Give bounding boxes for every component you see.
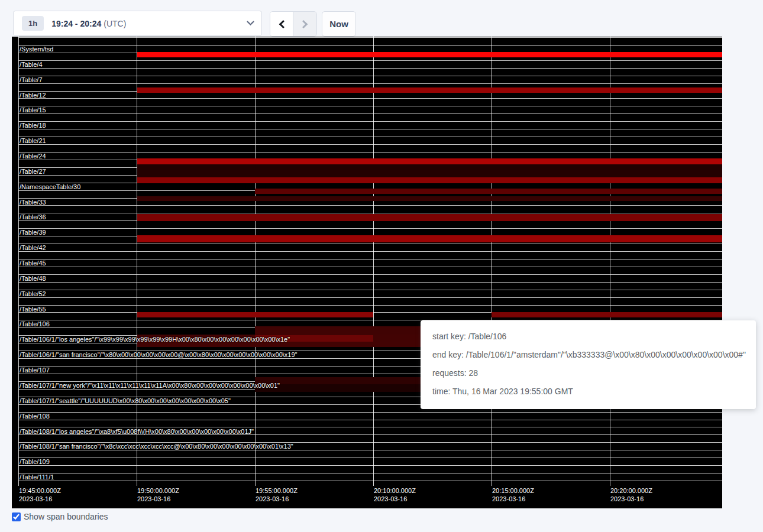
span-boundary-line [18, 205, 722, 206]
span-boundary-line [18, 473, 722, 473]
span-boundary-line [18, 121, 722, 122]
heat-band[interactable] [137, 312, 373, 317]
span-boundary-line [18, 68, 722, 69]
next-time-button-disabled[interactable] [293, 12, 316, 36]
span-key-label: /Table/108/1/"los angeles"/"\xa8\xf5\u00… [20, 428, 254, 435]
heat-band[interactable] [137, 87, 722, 93]
span-key-label: /Table/15 [20, 106, 46, 113]
span-boundary-line [18, 305, 722, 306]
tick-date: 2023-03-16 [610, 495, 652, 503]
span-boundary-line [18, 37, 722, 38]
span-key-label: /Table/55 [20, 306, 46, 313]
chevron-down-icon [247, 18, 254, 25]
span-key-label: /Table/33 [20, 199, 46, 206]
span-key-label: /Table/108/1/"san francisco"/"\x8c\xcc\x… [20, 443, 293, 450]
heat-band[interactable] [137, 196, 722, 201]
span-key-label: /Table/107 [20, 366, 50, 374]
time-axis-tick-label: 20:10:00.000Z2023-03-16 [374, 486, 416, 503]
span-boundary-line [18, 458, 722, 458]
span-boundary-line [18, 83, 722, 84]
span-key-label: /Table/106/1/"san francisco"/"\x80\x00\x… [20, 351, 298, 358]
show-span-boundaries-checkbox[interactable] [12, 512, 21, 521]
span-boundary-line [18, 481, 722, 481]
tick-date: 2023-03-16 [256, 495, 298, 503]
time-boundary-line [373, 37, 374, 486]
span-boundary-line [18, 420, 722, 420]
span-key-label: /Table/27 [20, 168, 46, 175]
tooltip-requests: requests: 28 [432, 364, 744, 382]
span-key-label: /Table/108 [20, 413, 50, 420]
span-key-label: /Table/18 [20, 122, 46, 129]
time-nav-group [270, 11, 317, 37]
span-key-label: /Table/39 [20, 229, 46, 236]
span-boundary-line [18, 113, 722, 114]
heat-band[interactable] [137, 214, 722, 221]
heat-band[interactable] [137, 158, 722, 164]
span-boundary-line [18, 228, 722, 229]
span-boundary-line [18, 98, 722, 99]
time-boundary-line [255, 37, 256, 486]
time-axis-tick-label: 20:20:00.000Z2023-03-16 [610, 486, 652, 503]
span-key-label: /Table/24 [20, 153, 46, 160]
span-boundary-line [18, 106, 722, 106]
span-boundary-line [18, 244, 722, 244]
chevron-right-icon [299, 20, 308, 28]
span-boundary-line [18, 152, 722, 153]
span-boundary-line [18, 129, 722, 129]
span-key-label: /Table/52 [20, 290, 46, 297]
span-boundary-line [18, 137, 722, 137]
tick-time: 20:15:00.000Z [492, 486, 534, 495]
span-boundary-line [18, 297, 722, 298]
tick-date: 2023-03-16 [374, 495, 416, 503]
key-visualizer-canvas[interactable]: /System/tsd/Table/4/Table/7/Table/12/Tab… [12, 37, 722, 508]
span-key-label: /Table/107/1/"new york"/"\x11\x11\x11\x1… [20, 382, 280, 389]
time-boundary-line [492, 37, 492, 486]
time-axis-tick-label: 19:50:00.000Z2023-03-16 [137, 486, 179, 503]
span-key-label: /Table/106 [20, 320, 50, 327]
span-key-label: /Table/36 [20, 213, 46, 220]
time-axis-tick-label: 20:15:00.000Z2023-03-16 [492, 486, 534, 503]
now-button[interactable]: Now [322, 11, 356, 37]
time-axis-tick-label: 19:45:00.000Z2023-03-16 [19, 486, 61, 503]
tick-time: 19:45:00.000Z [19, 486, 61, 495]
heat-band[interactable] [255, 189, 722, 194]
span-boundary-line [18, 450, 722, 450]
span-boundary-line [18, 60, 722, 61]
heat-band[interactable] [492, 312, 722, 317]
heat-band[interactable] [137, 177, 722, 183]
tooltip-start-key: start key: /Table/106 [432, 327, 744, 346]
span-boundary-line [18, 259, 722, 259]
time-boundary-line [610, 37, 610, 486]
span-key-label: /Table/42 [20, 244, 46, 251]
footer-controls: Show span boundaries [12, 512, 108, 521]
span-boundary-line [18, 465, 722, 466]
span-key-label: /Table/109 [20, 458, 50, 465]
heat-band[interactable] [137, 235, 722, 242]
tooltip-end-key: end key: /Table/106/1/"amsterdam"/"\xb33… [432, 346, 744, 364]
span-key-label: /Table/45 [20, 259, 46, 267]
span-boundary-line [18, 76, 722, 76]
tick-date: 2023-03-16 [137, 495, 179, 503]
span-key-label: /Table/4 [20, 61, 43, 68]
time-range-select[interactable]: 1h 19:24 - 20:24 (UTC) [13, 11, 262, 36]
span-key-label: /Table/111/1 [20, 473, 54, 481]
span-boundary-line [18, 274, 722, 275]
tick-date: 2023-03-16 [492, 495, 534, 503]
span-key-label: /System/tsd [20, 46, 53, 53]
span-boundary-line [18, 267, 722, 267]
time-preset-chip: 1h [22, 16, 44, 31]
span-boundary-line [18, 282, 722, 283]
span-key-label: /Table/12 [20, 92, 46, 99]
time-boundary-line [18, 37, 19, 486]
heat-band[interactable] [137, 52, 722, 57]
span-boundary-line [18, 412, 722, 413]
span-key-label: /NamespaceTable/30 [20, 183, 80, 190]
tick-date: 2023-03-16 [19, 495, 61, 503]
prev-time-button[interactable] [270, 12, 293, 36]
tick-time: 19:55:00.000Z [256, 486, 298, 495]
span-key-label: /Table/48 [20, 275, 46, 282]
span-key-label: /Table/7 [20, 76, 43, 83]
heat-band[interactable] [137, 164, 722, 177]
span-key-label: /Table/21 [20, 137, 46, 144]
time-range-text: 19:24 - 20:24 [51, 19, 101, 28]
